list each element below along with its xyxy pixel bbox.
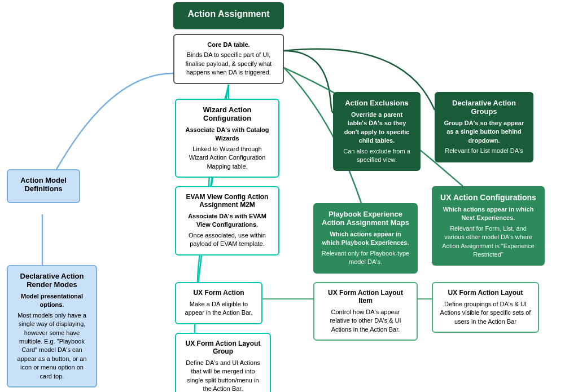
ux-action-config-body: Which actions appear in which Next Exper… (440, 205, 537, 259)
action-exclusions-body: Override a parent table's DA's so they d… (341, 111, 413, 164)
action-model-title: Action Model Definitions (15, 176, 72, 193)
playbook-title: Playbook Experience Action Assignment Ma… (321, 210, 410, 227)
da-groups-body: Group DA's so they appear as a single bu… (443, 119, 526, 156)
da-groups-title: Declarative Action Groups (443, 99, 526, 116)
ux-form-action-title: UX Form Action (183, 289, 255, 297)
wizard-action-body: Associate DA's with Catalog Wizards Link… (183, 126, 272, 171)
node-action-exclusions: Action Exclusions Override a parent tabl… (333, 92, 421, 171)
ux-form-layout-body: Define groupings of DA's & UI Actions vi… (440, 300, 531, 326)
ux-action-config-title: UX Action Configurations (440, 193, 537, 202)
da-render-body: Model presentational options. Most model… (15, 292, 89, 381)
node-ux-form-layout: UX Form Action Layout Define groupings o… (432, 282, 539, 333)
action-assignment-title: Action Assignment (181, 9, 276, 19)
diagram-container: Action Assignment Core DA table. Binds D… (0, 0, 578, 392)
evam-body: Associate DA's with EVAM View Configurat… (183, 212, 272, 249)
core-da-body: Core DA table. Binds DA to specific part… (181, 41, 276, 77)
node-ux-form-layout-item: UX Form Action Layout Item Control how D… (313, 282, 418, 341)
node-ux-form-action: UX Form Action Make a DA eligible to app… (175, 282, 262, 324)
ux-form-action-body: Make a DA eligible to appear in the Acti… (183, 300, 255, 318)
ux-form-layout-item-title: UX Form Action Layout Item (321, 289, 410, 305)
evam-title: EVAM View Config Action Assignment M2M (183, 193, 272, 209)
node-playbook: Playbook Experience Action Assignment Ma… (313, 203, 418, 274)
node-core-da: Core DA table. Binds DA to specific part… (173, 34, 284, 84)
wizard-action-title: Wizard Action Configuration (183, 105, 272, 122)
ux-form-layout-group-body: Define DA's and UI Actions that will be … (183, 359, 263, 392)
node-evam: EVAM View Config Action Assignment M2M A… (175, 186, 279, 256)
ux-form-layout-title: UX Form Action Layout (440, 289, 531, 297)
node-ux-action-config: UX Action Configurations Which actions a… (432, 186, 545, 266)
da-render-title: Declarative Action Render Modes (15, 272, 89, 289)
node-da-groups: Declarative Action Groups Group DA's so … (435, 92, 533, 162)
node-action-model: Action Model Definitions (7, 169, 80, 203)
playbook-body: Which actions appear in which Playbook E… (321, 230, 410, 267)
action-exclusions-title: Action Exclusions (341, 99, 413, 107)
ux-form-layout-item-body: Control how DA's appear relative to othe… (321, 308, 410, 334)
ux-form-layout-group-title: UX Form Action Layout Group (183, 340, 263, 355)
node-ux-form-layout-group: UX Form Action Layout Group Define DA's … (175, 333, 271, 392)
node-wizard-action: Wizard Action Configuration Associate DA… (175, 99, 279, 178)
node-da-render: Declarative Action Render Modes Model pr… (7, 265, 97, 387)
node-action-assignment: Action Assignment (173, 2, 284, 29)
